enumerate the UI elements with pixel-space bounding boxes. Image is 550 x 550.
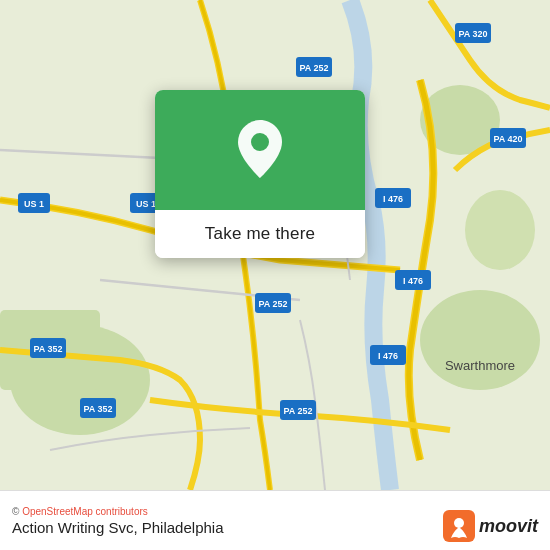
svg-text:I 476: I 476 xyxy=(383,194,403,204)
popup-green-area xyxy=(155,90,365,210)
svg-text:PA 320: PA 320 xyxy=(458,29,487,39)
moovit-icon xyxy=(443,510,475,542)
svg-point-33 xyxy=(454,518,464,528)
osm-link[interactable]: OpenStreetMap contributors xyxy=(22,506,148,517)
take-me-there-button[interactable]: Take me there xyxy=(155,210,365,258)
bottom-bar: © OpenStreetMap contributors Action Writ… xyxy=(0,490,550,550)
svg-point-31 xyxy=(251,133,269,151)
svg-text:PA 420: PA 420 xyxy=(493,134,522,144)
svg-text:I 476: I 476 xyxy=(378,351,398,361)
svg-text:PA 252: PA 252 xyxy=(283,406,312,416)
popup-card: Take me there xyxy=(155,90,365,258)
svg-text:US 1: US 1 xyxy=(136,199,156,209)
svg-text:PA 352: PA 352 xyxy=(33,344,62,354)
svg-point-2 xyxy=(420,290,540,390)
moovit-brand-text: moovit xyxy=(479,516,538,537)
svg-text:I 476: I 476 xyxy=(403,276,423,286)
svg-text:Swarthmore: Swarthmore xyxy=(445,358,515,373)
svg-text:PA 252: PA 252 xyxy=(299,63,328,73)
svg-text:US 1: US 1 xyxy=(24,199,44,209)
location-pin-icon xyxy=(235,120,285,180)
map-container: US 1 US 1 PA 252 PA 252 PA 252 I 476 I 4… xyxy=(0,0,550,490)
svg-point-5 xyxy=(465,190,535,270)
svg-text:PA 352: PA 352 xyxy=(83,404,112,414)
moovit-logo: moovit xyxy=(443,510,538,542)
svg-text:PA 252: PA 252 xyxy=(258,299,287,309)
